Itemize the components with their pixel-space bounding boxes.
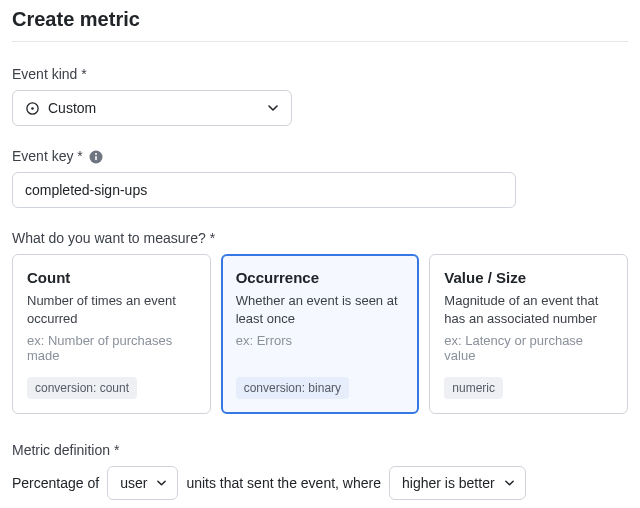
- page-title: Create metric: [12, 8, 628, 31]
- card-desc: Magnitude of an event that has an associ…: [444, 292, 613, 327]
- measure-option-occurrence[interactable]: Occurrence Whether an event is seen at l…: [221, 254, 420, 414]
- card-desc: Whether an event is seen at least once: [236, 292, 405, 327]
- direction-select[interactable]: higher is better: [389, 466, 526, 500]
- svg-point-4: [95, 153, 97, 155]
- chevron-down-icon: [156, 478, 167, 489]
- event-kind-label: Event kind *: [12, 66, 628, 82]
- target-icon: [25, 101, 40, 116]
- card-tag: conversion: count: [27, 377, 137, 399]
- card-tag: numeric: [444, 377, 503, 399]
- svg-rect-3: [95, 156, 97, 160]
- measure-label: What do you want to measure? *: [12, 230, 628, 246]
- card-tag: conversion: binary: [236, 377, 349, 399]
- card-title: Occurrence: [236, 269, 405, 286]
- unit-value: user: [120, 475, 147, 491]
- card-example: ex: Number of purchases made: [27, 333, 196, 363]
- event-kind-select[interactable]: Custom: [12, 90, 292, 126]
- info-icon: [89, 150, 103, 164]
- card-title: Value / Size: [444, 269, 613, 286]
- chevron-down-icon: [504, 478, 515, 489]
- measure-option-count[interactable]: Count Number of times an event occurred …: [12, 254, 211, 414]
- definition-label: Metric definition *: [12, 442, 628, 458]
- card-title: Count: [27, 269, 196, 286]
- chevron-down-icon: [267, 102, 279, 114]
- definition-prefix: Percentage of: [12, 475, 99, 491]
- event-kind-value: Custom: [48, 100, 96, 116]
- card-desc: Number of times an event occurred: [27, 292, 196, 327]
- unit-select[interactable]: user: [107, 466, 178, 500]
- definition-middle: units that sent the event, where: [186, 475, 381, 491]
- card-example: ex: Errors: [236, 333, 405, 348]
- direction-value: higher is better: [402, 475, 495, 491]
- measure-option-value[interactable]: Value / Size Magnitude of an event that …: [429, 254, 628, 414]
- card-example: ex: Latency or purchase value: [444, 333, 613, 363]
- event-key-input[interactable]: [12, 172, 516, 208]
- event-key-label: Event key *: [12, 148, 628, 164]
- divider: [12, 41, 628, 42]
- svg-point-1: [31, 107, 34, 110]
